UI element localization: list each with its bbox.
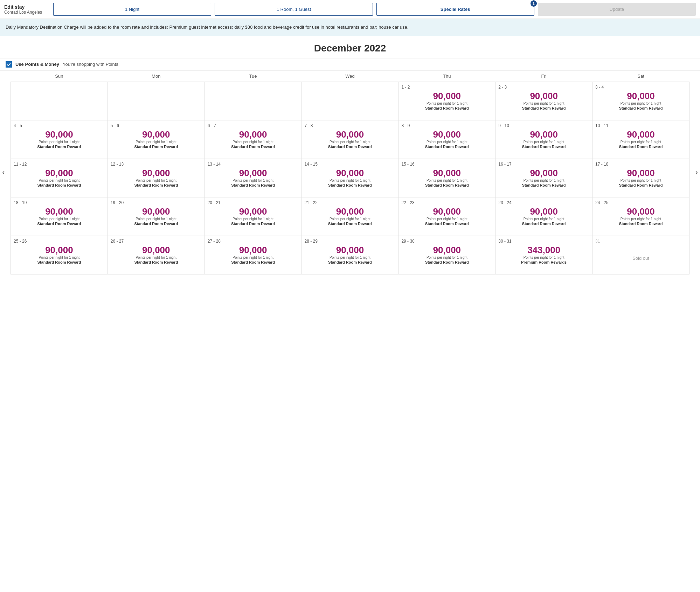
calendar-cell[interactable]: 27 - 2890,000Points per night for 1 nigh… xyxy=(205,236,302,274)
day-header-sat: Sat xyxy=(592,71,689,82)
cell-date: 17 - 18 xyxy=(595,162,686,167)
calendar-cell[interactable]: 15 - 1690,000Points per night for 1 nigh… xyxy=(398,159,495,197)
calendar-cell[interactable]: 28 - 2990,000Points per night for 1 nigh… xyxy=(302,236,398,274)
calendar-cell[interactable]: 6 - 790,000Points per night for 1 nightS… xyxy=(205,120,302,159)
cell-reward-type: Standard Room Reward xyxy=(208,260,299,264)
calendar-cell[interactable]: 30 - 31343,000Points per night for 1 nig… xyxy=(495,236,592,274)
cell-date: 18 - 19 xyxy=(14,200,105,205)
cell-date: 31 xyxy=(595,239,686,244)
calendar-cell[interactable]: 26 - 2790,000Points per night for 1 nigh… xyxy=(108,236,205,274)
calendar-cell[interactable]: 9 - 1090,000Points per night for 1 night… xyxy=(495,120,592,159)
calendar-cell[interactable]: 11 - 1290,000Points per night for 1 nigh… xyxy=(11,159,108,197)
cell-points: 90,000 xyxy=(401,130,492,140)
cell-date: 22 - 23 xyxy=(401,200,492,205)
header: Edit stay Conrad Los Angeles 1 Night 1 R… xyxy=(0,0,700,19)
calendar-cell[interactable]: 13 - 1490,000Points per night for 1 nigh… xyxy=(205,159,302,197)
calendar-cell[interactable]: 23 - 2490,000Points per night for 1 nigh… xyxy=(495,197,592,236)
cell-per-night: Points per night for 1 night xyxy=(305,140,396,144)
calendar-cell[interactable]: 1 - 290,000Points per night for 1 nightS… xyxy=(398,82,495,120)
calendar-cell[interactable]: 14 - 1590,000Points per night for 1 nigh… xyxy=(302,159,398,197)
calendar-table: SunMonTueWedThuFriSat 1 - 290,000Points … xyxy=(11,71,689,274)
cell-per-night: Points per night for 1 night xyxy=(498,179,589,182)
cell-reward-type: Standard Room Reward xyxy=(14,260,105,264)
calendar-cell[interactable]: 17 - 1890,000Points per night for 1 nigh… xyxy=(592,159,689,197)
calendar-cell[interactable]: 21 - 2290,000Points per night for 1 nigh… xyxy=(302,197,398,236)
calendar-cell[interactable]: 16 - 1790,000Points per night for 1 nigh… xyxy=(495,159,592,197)
nights-button[interactable]: 1 Night xyxy=(53,3,211,16)
cell-per-night: Points per night for 1 night xyxy=(208,179,299,182)
info-text: Daily Mandatory Destination Charge will … xyxy=(6,25,408,30)
cell-points: 90,000 xyxy=(111,168,202,178)
cell-reward-type: Standard Room Reward xyxy=(305,183,396,187)
cell-reward-type: Standard Room Reward xyxy=(498,222,589,226)
cell-date: 2 - 3 xyxy=(498,85,589,90)
cell-points: 90,000 xyxy=(208,245,299,255)
cell-points: 90,000 xyxy=(498,91,589,101)
special-rates-button[interactable]: Special Rates 1 xyxy=(376,3,534,16)
cell-date: 14 - 15 xyxy=(305,162,396,167)
calendar-cell[interactable]: 24 - 2590,000Points per night for 1 nigh… xyxy=(592,197,689,236)
calendar-cell[interactable]: 4 - 590,000Points per night for 1 nightS… xyxy=(11,120,108,159)
cell-reward-type: Standard Room Reward xyxy=(401,183,492,187)
calendar-cell[interactable]: 10 - 1190,000Points per night for 1 nigh… xyxy=(592,120,689,159)
cell-points: 90,000 xyxy=(14,245,105,255)
rooms-button[interactable]: 1 Room, 1 Guest xyxy=(215,3,373,16)
next-month-button[interactable]: › xyxy=(693,165,700,181)
cell-reward-type: Standard Room Reward xyxy=(111,222,202,226)
cell-date: 7 - 8 xyxy=(305,123,396,128)
cell-points: 343,000 xyxy=(498,245,589,255)
calendar-cell[interactable]: 20 - 2190,000Points per night for 1 nigh… xyxy=(205,197,302,236)
cell-per-night: Points per night for 1 night xyxy=(595,102,686,105)
cell-reward-type: Standard Room Reward xyxy=(305,260,396,264)
cell-reward-type: Standard Room Reward xyxy=(111,183,202,187)
calendar-cell[interactable]: 19 - 2090,000Points per night for 1 nigh… xyxy=(108,197,205,236)
cell-per-night: Points per night for 1 night xyxy=(14,256,105,259)
cell-points: 90,000 xyxy=(208,130,299,140)
calendar-cell[interactable]: 2 - 390,000Points per night for 1 nightS… xyxy=(495,82,592,120)
cell-per-night: Points per night for 1 night xyxy=(111,217,202,221)
special-rates-badge: 1 xyxy=(531,0,537,7)
update-button[interactable]: Update xyxy=(538,3,696,16)
calendar-cell xyxy=(205,82,302,120)
calendar-cell[interactable]: 22 - 2390,000Points per night for 1 nigh… xyxy=(398,197,495,236)
cell-points: 90,000 xyxy=(14,130,105,140)
cell-date: 11 - 12 xyxy=(14,162,105,167)
cell-per-night: Points per night for 1 night xyxy=(111,179,202,182)
calendar-cell[interactable]: 25 - 2690,000Points per night for 1 nigh… xyxy=(11,236,108,274)
cell-per-night: Points per night for 1 night xyxy=(111,256,202,259)
cell-points: 90,000 xyxy=(401,91,492,101)
calendar-cell[interactable]: 12 - 1390,000Points per night for 1 nigh… xyxy=(108,159,205,197)
day-header-thu: Thu xyxy=(398,71,495,82)
cell-points: 90,000 xyxy=(401,245,492,255)
cell-reward-type: Standard Room Reward xyxy=(498,183,589,187)
calendar-cell[interactable]: 18 - 1990,000Points per night for 1 nigh… xyxy=(11,197,108,236)
cell-reward-type: Standard Room Reward xyxy=(401,106,492,110)
cell-per-night: Points per night for 1 night xyxy=(305,256,396,259)
calendar-cell xyxy=(302,82,398,120)
cell-reward-type: Standard Room Reward xyxy=(208,183,299,187)
info-bar: Daily Mandatory Destination Charge will … xyxy=(0,19,700,36)
calendar-cell[interactable]: 29 - 3090,000Points per night for 1 nigh… xyxy=(398,236,495,274)
cell-date: 27 - 28 xyxy=(208,239,299,244)
day-header-sun: Sun xyxy=(11,71,108,82)
prev-month-button[interactable]: ‹ xyxy=(0,165,7,181)
calendar-cell[interactable]: 5 - 690,000Points per night for 1 nightS… xyxy=(108,120,205,159)
cell-per-night: Points per night for 1 night xyxy=(401,102,492,105)
cell-reward-type: Standard Room Reward xyxy=(595,145,686,149)
calendar-cell[interactable]: 8 - 990,000Points per night for 1 nightS… xyxy=(398,120,495,159)
cell-points: 90,000 xyxy=(498,130,589,140)
cell-date: 6 - 7 xyxy=(208,123,299,128)
cell-reward-type: Standard Room Reward xyxy=(111,145,202,149)
use-points-checkbox[interactable] xyxy=(6,61,12,68)
cell-reward-type: Standard Room Reward xyxy=(111,260,202,264)
cell-date: 8 - 9 xyxy=(401,123,492,128)
cell-date: 30 - 31 xyxy=(498,239,589,244)
calendar-cell[interactable]: 3 - 490,000Points per night for 1 nightS… xyxy=(592,82,689,120)
cell-date: 5 - 6 xyxy=(111,123,202,128)
cell-reward-type: Premium Room Rewards xyxy=(498,260,589,264)
day-header-tue: Tue xyxy=(205,71,302,82)
cell-reward-type: Standard Room Reward xyxy=(14,145,105,149)
cell-date: 9 - 10 xyxy=(498,123,589,128)
cell-points: 90,000 xyxy=(305,130,396,140)
calendar-cell[interactable]: 7 - 890,000Points per night for 1 nightS… xyxy=(302,120,398,159)
